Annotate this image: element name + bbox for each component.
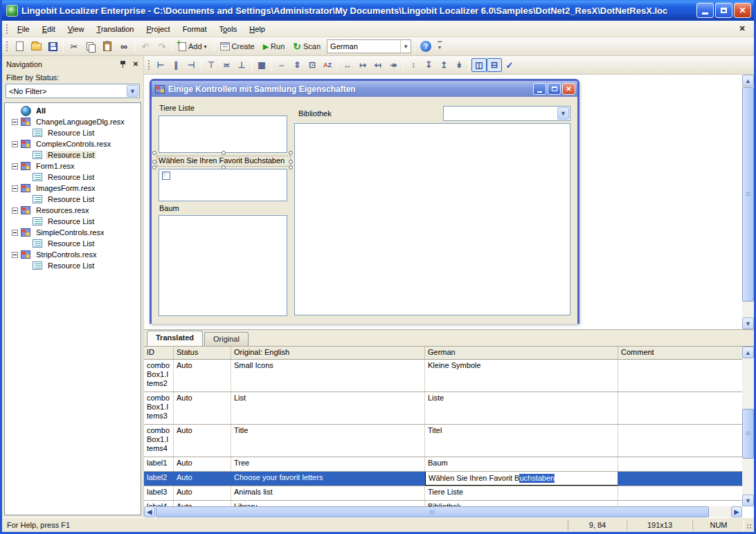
designer-vertical-scrollbar[interactable]: ▲ ▼ (742, 75, 754, 329)
cell-comment[interactable] (618, 486, 742, 500)
open-button[interactable] (28, 39, 44, 54)
menu-translation[interactable]: Translation (90, 23, 140, 35)
selection-handle[interactable] (289, 160, 293, 164)
table-row[interactable]: label4 Auto Library Bibliothek (144, 501, 742, 506)
tree-item-resource-list[interactable]: Resource List (5, 238, 141, 249)
check-mnemonics-button[interactable]: ✓ (502, 58, 517, 72)
library-label[interactable]: Bibliothek (298, 109, 332, 118)
align-bottoms-button[interactable]: ⊥ (234, 58, 249, 72)
scroll-down-icon[interactable]: ▼ (742, 495, 754, 506)
tree-item-stripcontrols[interactable]: StripControls.resx (5, 249, 141, 260)
animals-list-label[interactable]: Tiere Liste (159, 104, 195, 112)
grid-vertical-scrollbar[interactable]: ▲ ▼ (742, 347, 754, 506)
selection-handle[interactable] (152, 160, 156, 164)
space-across-decrease-button[interactable]: ↤ (370, 58, 386, 72)
scan-button[interactable]: ↻ Scan (289, 39, 325, 54)
scrollbar-thumb[interactable] (156, 506, 709, 517)
selection-handle[interactable] (289, 151, 293, 155)
find-button[interactable]: ∞ (116, 39, 132, 54)
collapse-icon[interactable] (12, 119, 18, 125)
close-button[interactable]: ✕ (734, 3, 751, 18)
table-row[interactable]: label1 Auto Tree Baum (144, 457, 742, 472)
table-row[interactable]: comboBox1.Items3 Auto List Liste (144, 392, 742, 425)
center-horizontal-toggle[interactable]: ◫ (471, 58, 487, 72)
space-down-remove-button[interactable]: ↡ (451, 58, 467, 72)
cut-button[interactable]: ✂ (66, 39, 82, 54)
space-across-increase-button[interactable]: ↦ (355, 58, 370, 72)
add-button[interactable]: Add ▾ (175, 39, 212, 54)
cell-comment[interactable] (618, 392, 742, 424)
library-listbox[interactable] (294, 123, 570, 315)
selection-handle[interactable] (289, 165, 293, 169)
cell-german[interactable]: Baum (425, 457, 618, 471)
document-close-icon[interactable]: ✕ (736, 23, 748, 35)
run-button[interactable]: ▶ Run (260, 39, 290, 54)
maximize-button[interactable] (715, 3, 732, 18)
tree-item-resource-list[interactable]: Resource List (5, 172, 141, 183)
cell-german[interactable]: Bibliothek (425, 501, 618, 506)
center-in-dialog-button[interactable]: ⊡ (305, 58, 320, 72)
align-rights-button[interactable]: ⊣ (183, 58, 199, 72)
tab-translated[interactable]: Translated (147, 331, 203, 346)
treeview-control[interactable] (159, 215, 287, 316)
column-header-id[interactable]: ID (144, 347, 174, 359)
copy-button[interactable] (82, 39, 99, 54)
menu-file[interactable]: File (11, 23, 36, 35)
tree-item-form1[interactable]: Form1.resx (5, 160, 141, 172)
tree-item-changelanguagedlg[interactable]: ChangeLanguageDlg.resx (5, 116, 141, 127)
scrollbar-thumb[interactable] (742, 87, 754, 302)
language-combobox[interactable]: German ▼ (327, 39, 411, 53)
space-down-increase-button[interactable]: ↧ (421, 58, 436, 72)
align-tops-button[interactable]: ⊤ (204, 58, 219, 72)
cell-german[interactable]: Titel (425, 425, 618, 457)
cell-german[interactable]: Kleine Symbole (425, 360, 618, 392)
table-row-selected[interactable]: label2 Auto Choose your favorit letters … (144, 472, 742, 486)
form-designer-surface[interactable]: Einige Kontrollen mit Sammlung Eigenscha… (144, 75, 754, 329)
toolbar-grip[interactable] (147, 59, 151, 71)
create-button[interactable]: Create (217, 39, 260, 54)
menu-project[interactable]: Project (140, 23, 176, 35)
paste-button[interactable] (99, 39, 116, 54)
save-button[interactable] (44, 39, 61, 54)
collapse-icon[interactable] (12, 208, 18, 214)
table-row[interactable]: label3 Auto Animals list Tiere Liste (144, 486, 742, 501)
space-down-equal-button[interactable]: ↕ (406, 58, 421, 72)
scroll-down-icon[interactable]: ▼ (742, 317, 754, 329)
center-vertical-toggle[interactable]: ⊟ (487, 58, 502, 72)
scroll-up-icon[interactable]: ▲ (742, 347, 754, 358)
column-header-original[interactable]: Original: English (231, 347, 425, 359)
preview-close-button[interactable]: ✕ (562, 83, 575, 95)
letters-checked-listbox[interactable] (159, 169, 287, 201)
cell-comment[interactable] (618, 360, 742, 392)
cell-comment[interactable] (618, 472, 742, 486)
pin-icon[interactable] (118, 59, 128, 69)
menu-tools[interactable]: Tools (213, 23, 243, 35)
toolbar-grip[interactable] (6, 24, 9, 35)
menu-format[interactable]: Format (177, 23, 213, 35)
scroll-left-icon[interactable]: ◀ (144, 506, 155, 517)
collapse-icon[interactable] (12, 252, 18, 258)
space-down-decrease-button[interactable]: ↥ (436, 58, 451, 72)
size-to-width-button[interactable]: ⇔ (274, 58, 289, 72)
preview-maximize-button[interactable] (548, 83, 561, 95)
german-edit-input[interactable]: Wählen Sie Ihren Favorit Buchstaben (425, 472, 618, 486)
align-middles-button[interactable]: ≍ (219, 58, 234, 72)
tree-item-imagesform[interactable]: ImagesForm.resx (5, 183, 141, 194)
help-button[interactable]: ? (417, 39, 434, 54)
tree-item-resource-list[interactable]: Resource List (5, 127, 141, 138)
space-across-remove-button[interactable]: ↠ (386, 58, 401, 72)
checkbox-icon[interactable] (162, 172, 170, 180)
status-filter-combobox[interactable]: <No Filter> ▼ (6, 84, 140, 98)
scroll-up-icon[interactable]: ▲ (742, 75, 754, 86)
collapse-icon[interactable] (12, 185, 18, 192)
selection-handle[interactable] (222, 151, 226, 155)
scroll-right-icon[interactable]: ▶ (731, 506, 742, 517)
cell-german-editing[interactable]: Wählen Sie Ihren Favorit Buchstaben (425, 472, 618, 486)
menu-edit[interactable]: Edit (36, 23, 62, 35)
tree-item-all[interactable]: All (5, 105, 141, 116)
preview-minimize-button[interactable] (533, 83, 546, 95)
close-icon[interactable]: ✕ (131, 59, 141, 69)
column-header-comment[interactable]: Comment (618, 347, 742, 359)
align-lefts-button[interactable]: ⊢ (153, 58, 168, 72)
make-same-size-button[interactable]: ▦ (254, 58, 269, 72)
